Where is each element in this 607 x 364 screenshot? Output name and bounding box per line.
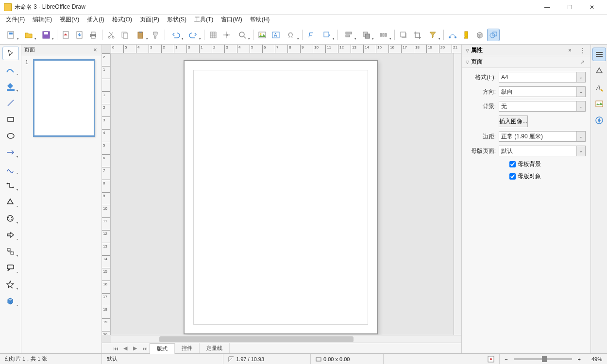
transform-button[interactable]: ▾	[319, 29, 335, 41]
menu-tools[interactable]: 工具(T)	[190, 15, 217, 25]
minimize-button[interactable]: —	[536, 0, 558, 15]
3d-tool[interactable]: ▾	[2, 294, 19, 308]
status-save-indicator[interactable]	[483, 354, 500, 364]
curve-tool[interactable]: ▾	[2, 162, 19, 176]
ellipse-tool[interactable]	[2, 129, 19, 143]
sidebar-tab-styles[interactable]: A	[592, 81, 606, 94]
distribute-button[interactable]: ▾	[375, 29, 392, 41]
print-button[interactable]	[87, 29, 100, 41]
insert-image-button-sidebar[interactable]: 插入图像...	[499, 116, 528, 127]
connector-tool[interactable]: ▾	[2, 179, 19, 192]
menu-format[interactable]: 格式(O)	[108, 15, 136, 25]
block-arrows-tool[interactable]: ▾	[2, 228, 19, 242]
maximize-button[interactable]: ☐	[558, 0, 581, 15]
menu-page[interactable]: 页面(P)	[136, 15, 163, 25]
zoom-button[interactable]: ▾	[234, 29, 251, 41]
tab-controls[interactable]: 控件	[175, 343, 200, 353]
cut-button[interactable]	[105, 29, 118, 41]
menu-shape[interactable]: 形状(S)	[163, 15, 190, 25]
tab-nav-last[interactable]: ⏭	[140, 346, 150, 351]
svg-point-43	[6, 183, 8, 184]
background-select[interactable]: 无⌄	[499, 101, 586, 112]
edit-points-button[interactable]	[446, 29, 459, 41]
redo-button[interactable]: ▾	[185, 29, 202, 41]
properties-menu[interactable]: ⋮	[580, 47, 587, 54]
paste-button[interactable]: ▾	[132, 29, 149, 41]
svg-rect-50	[7, 265, 14, 269]
menu-file[interactable]: 文件(F)	[2, 15, 29, 25]
tab-nav-first[interactable]: ⏮	[111, 346, 120, 351]
zoom-slider[interactable]: −+	[500, 354, 583, 364]
format-select[interactable]: A4⌄	[499, 72, 586, 83]
collapse-icon[interactable]: ▽	[466, 48, 469, 53]
grid-button[interactable]	[207, 29, 219, 41]
master-obj-checkbox[interactable]: 母版对象	[509, 172, 586, 181]
glue-points-button[interactable]	[460, 29, 472, 41]
margin-select[interactable]: 正常 (1.90 厘米)⌄	[499, 131, 586, 142]
crop-button[interactable]	[411, 29, 423, 41]
line-tool[interactable]	[2, 96, 19, 110]
tab-nav-next[interactable]: ▶	[130, 345, 140, 351]
clone-format-button[interactable]	[150, 29, 162, 41]
draw-functions-button[interactable]	[487, 29, 500, 41]
arrange-button[interactable]: ▾	[358, 29, 374, 41]
pages-panel-close[interactable]: ×	[92, 47, 99, 53]
close-button[interactable]: ✕	[581, 0, 603, 15]
page-thumbnail[interactable]: 1	[25, 59, 98, 137]
section-more-icon[interactable]: ↗	[580, 59, 587, 66]
orientation-select[interactable]: 纵向⌄	[499, 86, 586, 97]
horizontal-scrollbar[interactable]	[111, 335, 461, 343]
shadow-button[interactable]	[397, 29, 410, 41]
canvas-viewport[interactable]	[111, 53, 461, 335]
star-tool[interactable]: ▾	[2, 278, 19, 291]
align-button[interactable]: ▾	[340, 29, 357, 41]
export-pdf-button[interactable]	[60, 29, 72, 41]
sidebar-tab-shapes[interactable]	[592, 64, 606, 78]
vertical-ruler[interactable]: 2112345678910111213141516171819202122232…	[102, 53, 111, 335]
tab-layout[interactable]: 版式	[150, 343, 175, 354]
properties-title-bar: ▽ 属性 × ⋮	[462, 45, 590, 56]
filter-button[interactable]: ▾	[424, 29, 441, 41]
select-tool[interactable]	[2, 47, 19, 60]
sidebar-tab-navigator[interactable]	[592, 114, 606, 127]
tab-nav-prev[interactable]: ◀	[120, 345, 130, 351]
callout-tool[interactable]: ▾	[2, 261, 19, 275]
line-color-tool[interactable]: ▾	[2, 63, 19, 77]
sidebar-tab-properties[interactable]	[592, 48, 606, 61]
zoom-value[interactable]: 49%	[583, 354, 607, 364]
undo-button[interactable]: ▾	[168, 29, 184, 41]
masterpage-select[interactable]: 默认⌄	[499, 146, 586, 156]
flowchart-tool[interactable]: ▾	[2, 245, 19, 258]
fontwork-button[interactable]: F	[305, 29, 318, 41]
menu-help[interactable]: 帮助(H)	[246, 15, 274, 25]
insert-image-button[interactable]	[256, 29, 269, 41]
export-button[interactable]	[73, 29, 86, 41]
arrow-tool[interactable]: ▾	[2, 146, 19, 159]
copy-button[interactable]	[118, 29, 131, 41]
insert-textbox-button[interactable]: A	[270, 29, 282, 41]
vertical-scrollbar[interactable]	[454, 53, 461, 335]
sidebar-tab-gallery[interactable]	[592, 97, 606, 111]
properties-close[interactable]: ×	[568, 47, 575, 54]
rectangle-tool[interactable]	[2, 113, 19, 126]
snap-button[interactable]	[220, 29, 233, 41]
horizontal-ruler[interactable]: 6543210123456789101112131415161718192021…	[111, 45, 461, 53]
extrusion-button[interactable]	[473, 29, 486, 41]
section-collapse-icon: ▽	[466, 60, 469, 65]
basic-shapes-tool[interactable]: ▾	[2, 195, 19, 209]
save-button[interactable]: ▾	[38, 29, 54, 41]
open-button[interactable]: ▾	[20, 29, 37, 41]
symbol-shapes-tool[interactable]: ▾	[2, 212, 19, 225]
master-bg-checkbox[interactable]: 母板背景	[509, 160, 586, 168]
menu-insert[interactable]: 插入(I)	[83, 15, 108, 25]
new-button[interactable]: ▾	[3, 29, 19, 41]
menu-window[interactable]: 窗口(W)	[217, 15, 246, 25]
fill-color-tool[interactable]: ▾	[2, 80, 19, 93]
tab-dimlines[interactable]: 定量线	[200, 343, 230, 353]
menu-edit[interactable]: 编辑(E)	[29, 15, 56, 25]
svg-rect-57	[316, 358, 321, 361]
menu-view[interactable]: 视图(V)	[56, 15, 83, 25]
page-section-header[interactable]: ▽ 页面 ↗	[462, 56, 590, 68]
insert-special-char-button[interactable]: Ω▾	[283, 29, 300, 41]
canvas-page[interactable]	[184, 60, 378, 334]
